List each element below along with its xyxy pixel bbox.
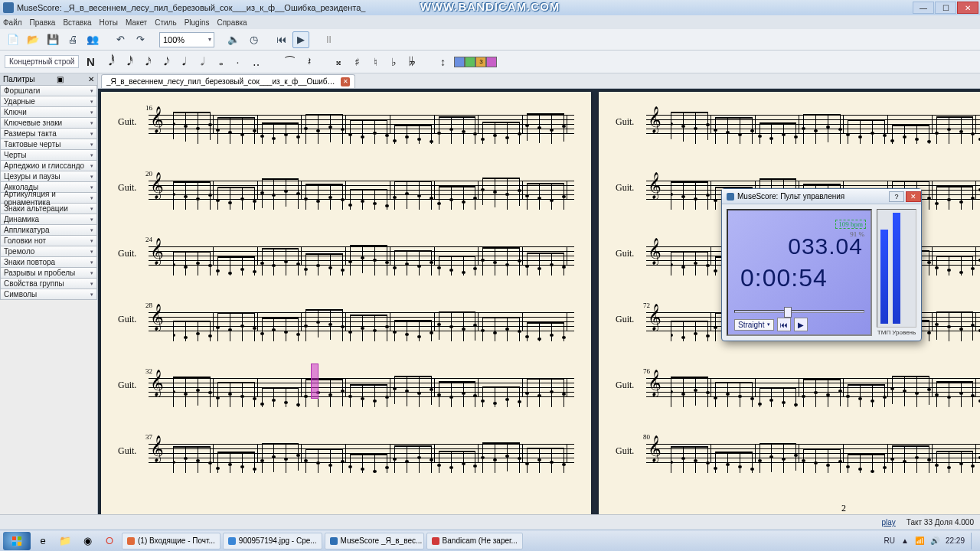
tie-icon[interactable]: ⁀	[283, 54, 296, 70]
tab-close-icon[interactable]: ✕	[341, 77, 350, 86]
play-panel[interactable]: MuseScore: Пульт управления ? ✕ 109 bpm …	[721, 188, 922, 341]
minimize-button[interactable]: —	[913, 2, 934, 14]
dur-32nd-icon[interactable]: 𝅘𝅥𝅰	[120, 54, 134, 70]
taskbar-explorer-icon[interactable]: 📁	[55, 532, 75, 550]
dur-quarter-icon[interactable]: 𝅘𝅥	[175, 54, 189, 70]
flip-stem-icon[interactable]: ↕	[436, 54, 449, 70]
palette-item-16[interactable]: Знаки повтора	[0, 257, 97, 268]
dot-icon[interactable]: ·	[230, 54, 244, 70]
palette-item-18[interactable]: Свойства группы	[0, 279, 97, 289]
sharp-icon[interactable]: ♯	[350, 54, 364, 70]
play-panel-close-button[interactable]: ✕	[906, 191, 921, 202]
palette-item-2[interactable]: Ключи	[0, 107, 97, 118]
palette-item-7[interactable]: Арпеджио и глиссандо	[0, 161, 97, 171]
flat-icon[interactable]: ♭	[387, 54, 400, 70]
palette-item-13[interactable]: Аппликатура	[0, 225, 97, 236]
play-panel-titlebar[interactable]: MuseScore: Пульт управления ? ✕	[722, 189, 921, 204]
score-canvas[interactable]: Guit.16𝄞Guit.20𝄞Guit.24𝄞Guit.28𝄞Guit.32𝄞…	[98, 89, 980, 514]
rest-icon[interactable]: 𝄽	[301, 54, 315, 70]
dur-half-icon[interactable]: 𝅗𝅥	[194, 54, 207, 70]
palettes-undock-icon[interactable]: ▣	[55, 75, 65, 83]
dur-64th-icon[interactable]: 𝅘𝅥𝅱	[102, 54, 116, 70]
community-icon[interactable]: 👥	[84, 31, 101, 48]
palette-item-10[interactable]: Артикуляция и орнаментика	[0, 193, 97, 204]
palette-item-14[interactable]: Головки нот	[0, 236, 97, 246]
natural-icon[interactable]: ♮	[368, 54, 382, 70]
metronome-icon[interactable]: ◷	[245, 31, 262, 48]
panel-play-icon[interactable]: ▶	[794, 318, 808, 331]
palette-item-0[interactable]: Форшлаги	[0, 86, 97, 96]
dur-whole-icon[interactable]: 𝅝	[212, 54, 226, 70]
palette-item-1[interactable]: Ударные	[0, 96, 97, 107]
palette-item-19[interactable]: Символы	[0, 289, 97, 300]
palettes-close-icon[interactable]: ✕	[85, 75, 97, 83]
repeat-icon[interactable]: ⏸	[320, 31, 337, 48]
taskbar-tab-2[interactable]: MuseScore _Я_в_вес...	[325, 533, 424, 549]
speaker-icon[interactable]: 🔈	[225, 31, 242, 48]
voice-3[interactable]: 3	[475, 57, 486, 67]
undo-icon[interactable]: ↶	[112, 31, 129, 48]
play-panel-help-button[interactable]: ?	[889, 191, 904, 202]
play-icon[interactable]: ▶	[292, 31, 309, 48]
palette-item-3[interactable]: Ключевые знаки	[0, 118, 97, 129]
taskbar-opera-icon[interactable]: O	[100, 532, 119, 550]
concert-pitch-button[interactable]: Концертный строй	[5, 55, 79, 68]
tempo-meter[interactable]	[880, 230, 888, 324]
print-icon[interactable]: 🖨	[64, 31, 81, 48]
menu-file[interactable]: Файл	[3, 18, 22, 27]
double-flat-icon[interactable]: 𝄫	[405, 54, 419, 70]
maximize-button[interactable]: ☐	[935, 2, 956, 14]
tray-lang[interactable]: RU	[884, 536, 895, 545]
slider-thumb[interactable]	[784, 307, 792, 318]
note-entry-button[interactable]: N	[83, 54, 97, 70]
palette-item-8[interactable]: Цезуры и паузы	[0, 171, 97, 182]
palette-item-4[interactable]: Размеры такта	[0, 129, 97, 139]
new-file-icon[interactable]: 📄	[5, 31, 21, 48]
document-tab[interactable]: _Я_в_весеннем_лесу_пил_березовый_сок___и…	[101, 74, 355, 88]
menu-edit[interactable]: Правка	[30, 18, 56, 27]
tray-network-icon[interactable]: 📶	[915, 536, 924, 545]
voice-4[interactable]	[486, 57, 497, 67]
position-slider[interactable]	[734, 310, 864, 313]
save-icon[interactable]: 💾	[44, 31, 61, 48]
palette-item-5[interactable]: Тактовые черты	[0, 139, 97, 150]
zoom-select[interactable]: 100%	[159, 32, 214, 47]
rewind-icon[interactable]: ⏮	[273, 31, 289, 48]
dur-16th-icon[interactable]: 𝅘𝅥𝅯	[139, 54, 152, 70]
close-button[interactable]: ✕	[957, 2, 978, 14]
taskbar-chrome-icon[interactable]: ◉	[77, 532, 97, 550]
redo-icon[interactable]: ↷	[132, 31, 149, 48]
palette-item-15[interactable]: Тремоло	[0, 246, 97, 257]
menu-help[interactable]: Справка	[217, 18, 247, 27]
instrument-label: Guit.	[118, 116, 136, 128]
tray-sound-icon[interactable]: 🔊	[930, 536, 939, 545]
taskbar-tab-0[interactable]: (1) Входящие - Почт...	[122, 533, 220, 549]
menu-notes[interactable]: Ноты	[100, 18, 118, 27]
menu-style[interactable]: Стиль	[155, 18, 176, 27]
menu-insert[interactable]: Вставка	[63, 18, 91, 27]
status-link[interactable]: play	[881, 518, 895, 527]
panel-rewind-icon[interactable]: ⏮	[777, 318, 791, 331]
voice-1[interactable]	[454, 57, 465, 67]
taskbar-tab-3[interactable]: Bandicam (Не зарег...	[426, 533, 523, 549]
palette-item-12[interactable]: Динамика	[0, 214, 97, 225]
taskbar-tab-1[interactable]: 900957194.jpg - Сре...	[223, 533, 322, 549]
taskbar-ie-icon[interactable]: e	[33, 532, 53, 550]
swing-select[interactable]: Straight	[734, 319, 774, 331]
open-file-icon[interactable]: 📂	[24, 31, 41, 48]
dur-8th-icon[interactable]: 𝅘𝅥𝅮	[157, 54, 171, 70]
volume-meter[interactable]	[893, 213, 900, 324]
tray-flag-icon[interactable]: ▲	[901, 536, 909, 545]
double-dot-icon[interactable]: ‥	[249, 54, 263, 70]
tray-clock[interactable]: 22:29	[946, 536, 965, 545]
start-button[interactable]	[3, 532, 31, 550]
show-desktop-button[interactable]	[971, 533, 977, 549]
instrument-label: Guit.	[616, 116, 634, 128]
double-sharp-icon[interactable]: 𝄪	[332, 54, 345, 70]
palette-item-6[interactable]: Черты	[0, 150, 97, 161]
voice-2[interactable]	[465, 57, 475, 67]
menu-layout[interactable]: Макет	[126, 18, 147, 27]
palette-item-17[interactable]: Разрывы и пробелы	[0, 268, 97, 279]
tempo-bpm[interactable]: 109 bpm	[835, 220, 866, 229]
menu-plugins[interactable]: Plugins	[185, 18, 210, 27]
